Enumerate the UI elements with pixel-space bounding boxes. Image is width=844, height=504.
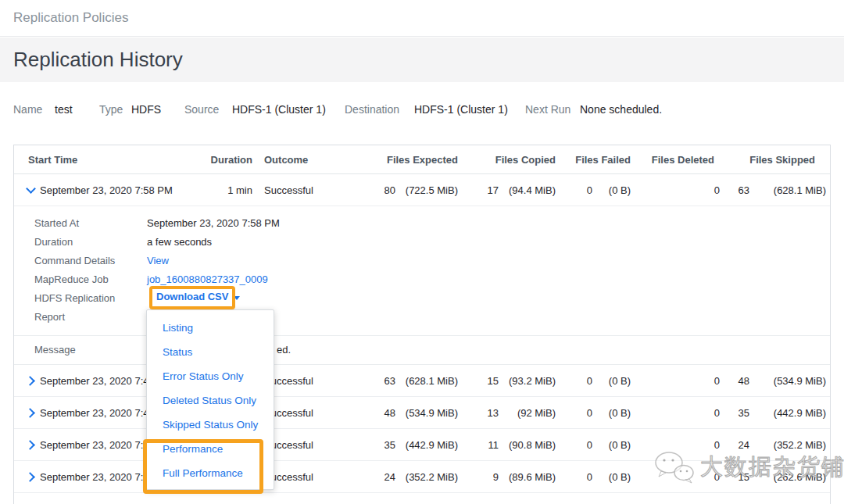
meta-destination-label: Destination (345, 103, 399, 116)
cell-files-skipped-size: (262.6 MiB) (749, 471, 826, 483)
chevron-down-icon[interactable] (27, 186, 34, 192)
download-csv-dropdown-button[interactable]: Download CSV (156, 291, 240, 305)
table-row[interactable]: September 23, 2020 7:39 PM Successful 35… (14, 429, 830, 461)
cell-files-copied-size: (89.6 MiB) (499, 471, 556, 483)
replication-history-table: Start Time Duration Outcome Files Expect… (13, 145, 831, 504)
cell-files-expected-size: (352.2 MiB) (395, 471, 458, 483)
meta-source-label: Source (184, 103, 219, 116)
meta-type-label: Type (99, 103, 123, 116)
command-details-view-link[interactable]: View (147, 255, 169, 269)
top-bar: Replication Policies (0, 0, 844, 37)
cell-files-failed-size: (0 B) (592, 439, 631, 451)
detail-started-at-label: Started At (34, 217, 79, 231)
cell-start-time: September 23, 2020 7:58 PM (40, 184, 173, 196)
cell-files-deleted-count: 0 (631, 375, 720, 387)
table-row[interactable]: September 23, 2020 7:37 PM Successful 24… (14, 461, 830, 493)
expanded-row-detail: Started At September 23, 2020 7:58 PM Du… (14, 206, 830, 336)
cell-files-copied-count: 9 (458, 471, 499, 483)
cell-files-failed-count: 0 (556, 407, 592, 419)
download-csv-label: Download CSV (156, 291, 228, 302)
meta-source-value: HDFS-1 (Cluster 1) (232, 103, 326, 116)
detail-mapreduce-job-label: MapReduce Job (34, 273, 109, 288)
cell-files-skipped-count: 24 (720, 439, 749, 451)
cell-files-copied-size: (92 MiB) (499, 407, 556, 419)
cell-files-failed-size: (0 B) (592, 375, 631, 387)
menu-item-error-status-only[interactable]: Error Status Only (147, 364, 274, 388)
cell-files-deleted-count: 0 (631, 184, 720, 196)
detail-duration-label: Duration (34, 236, 73, 250)
cell-files-failed-size: (0 B) (592, 407, 631, 419)
table-row-expanded[interactable]: September 23, 2020 7:58 PM 1 min Success… (14, 174, 830, 206)
cell-files-expected-count: 63 (319, 375, 395, 387)
message-row: Message ed. (14, 336, 830, 365)
cell-files-expected-count: 24 (319, 471, 395, 483)
cell-files-failed-size: (0 B) (592, 471, 631, 483)
cell-files-copied-size: (94.4 MiB) (499, 184, 556, 196)
detail-started-at-value: September 23, 2020 7:58 PM (147, 217, 280, 231)
cell-files-skipped-size: (442.9 MiB) (749, 407, 826, 419)
cell-files-failed-size: (0 B) (592, 184, 631, 196)
cell-files-skipped-count: 48 (720, 375, 749, 387)
col-header-files-skipped: Files Skipped (720, 154, 826, 166)
cell-files-expected-size: (628.1 MiB) (395, 375, 458, 387)
chevron-right-icon[interactable] (27, 473, 34, 479)
cell-files-copied-count: 15 (458, 375, 499, 387)
cell-files-failed-count: 0 (556, 375, 592, 387)
col-header-duration: Duration (209, 154, 252, 166)
mapreduce-job-link[interactable]: job_1600880827337_0009 (147, 273, 268, 288)
meta-name-value: test (55, 103, 73, 116)
message-value-fragment: ed. (277, 344, 291, 356)
cell-files-skipped-size: (534.9 MiB) (749, 375, 826, 387)
table-row-clipped[interactable]: September 23, 2020 7:36 PM 1 min Success… (14, 493, 830, 504)
detail-duration-value: a few seconds (147, 236, 212, 250)
col-header-files-copied: Files Copied (458, 154, 556, 166)
menu-item-listing[interactable]: Listing (147, 316, 274, 340)
meta-destination-value: HDFS-1 (Cluster 1) (414, 103, 508, 116)
cell-duration: 1 min (209, 184, 252, 196)
col-header-files-deleted: Files Deleted (631, 154, 720, 166)
download-csv-menu: Listing Status Error Status Only Deleted… (146, 309, 274, 490)
menu-item-skipped-status-only[interactable]: Skipped Status Only (147, 413, 274, 437)
cell-files-expected-count: 80 (319, 184, 395, 196)
col-header-files-expected: Files Expected (319, 154, 458, 166)
detail-report-label-line1: HDFS Replication (34, 292, 115, 306)
menu-item-deleted-status-only[interactable]: Deleted Status Only (147, 388, 274, 413)
cell-files-copied-count: 17 (458, 184, 499, 196)
cell-files-expected-count: 48 (319, 407, 395, 419)
detail-command-details-label: Command Details (34, 255, 115, 269)
cell-files-expected-size: (722.5 MiB) (395, 184, 458, 196)
cell-files-copied-size: (90.8 MiB) (499, 439, 556, 451)
cell-files-copied-count: 13 (458, 407, 499, 419)
detail-report-label-line2: Report (34, 311, 65, 325)
cell-files-skipped-count: 35 (720, 407, 749, 419)
page-title: Replication History (13, 48, 183, 72)
cell-files-skipped-count: 15 (720, 471, 749, 483)
replication-history-page: Replication Policies Replication History… (0, 0, 844, 504)
message-label: Message (34, 344, 76, 358)
meta-type-value: HDFS (131, 103, 161, 116)
cell-files-deleted-count: 0 (631, 407, 720, 419)
cell-files-expected-count: 35 (319, 439, 395, 451)
cell-files-copied-count: 11 (458, 439, 499, 451)
table-row[interactable]: September 23, 2020 7:43 PM Successful 63… (14, 365, 830, 397)
cell-files-deleted-count: 0 (631, 471, 720, 483)
chevron-right-icon[interactable] (27, 441, 34, 447)
policy-meta-row: Name test Type HDFS Source HDFS-1 (Clust… (0, 103, 844, 119)
meta-next-run-value: None scheduled. (580, 103, 662, 116)
menu-item-performance[interactable]: Performance (147, 437, 274, 461)
cell-files-expected-size: (442.9 MiB) (395, 439, 458, 451)
cell-files-skipped-size: (352.2 MiB) (749, 439, 826, 451)
menu-item-status[interactable]: Status (147, 340, 274, 364)
menu-item-full-performance[interactable]: Full Performance (147, 461, 274, 485)
cell-outcome: Successful (252, 184, 319, 196)
cell-files-deleted-count: 0 (631, 439, 720, 451)
meta-name-label: Name (13, 103, 42, 116)
cell-files-failed-count: 0 (556, 471, 592, 483)
chevron-right-icon[interactable] (27, 377, 34, 383)
col-header-outcome: Outcome (252, 154, 319, 166)
table-header-row: Start Time Duration Outcome Files Expect… (14, 145, 830, 174)
breadcrumb-replication-policies[interactable]: Replication Policies (13, 10, 128, 26)
chevron-right-icon[interactable] (27, 409, 34, 415)
cell-files-expected-size: (534.9 MiB) (395, 407, 458, 419)
table-row[interactable]: September 23, 2020 7:41 PM Successful 48… (14, 397, 830, 429)
